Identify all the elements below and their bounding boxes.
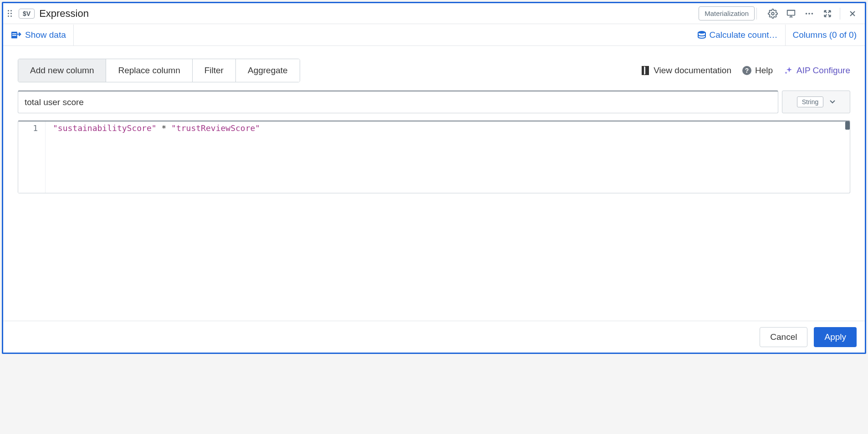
tab-replace-column[interactable]: Replace column bbox=[106, 59, 192, 82]
separator bbox=[785, 25, 786, 45]
columns-button[interactable]: Columns (0 of 0) bbox=[789, 27, 860, 43]
window-title: Expression bbox=[39, 8, 89, 20]
separator bbox=[73, 25, 74, 45]
tab-add-new-column[interactable]: Add new column bbox=[18, 59, 106, 82]
code-token-string: "trustReviewScore" bbox=[171, 123, 260, 133]
separator bbox=[840, 8, 840, 20]
svg-rect-7 bbox=[12, 35, 16, 36]
presentation-icon[interactable] bbox=[783, 6, 799, 21]
sv-badge: $V bbox=[19, 9, 35, 19]
show-data-icon bbox=[11, 30, 21, 40]
expand-icon[interactable] bbox=[820, 6, 835, 21]
tabs-row: Add new column Replace column Filter Agg… bbox=[18, 59, 850, 82]
code-token-operator: * bbox=[157, 123, 172, 133]
columns-label: Columns (0 of 0) bbox=[793, 30, 857, 40]
tab-aggregate[interactable]: Aggregate bbox=[236, 59, 300, 82]
editor-code-area[interactable]: "sustainabilityScore" * "trustReviewScor… bbox=[46, 121, 850, 193]
help-label: Help bbox=[755, 66, 773, 76]
view-documentation-label: View documentation bbox=[654, 66, 731, 76]
sparkle-icon bbox=[784, 66, 793, 75]
separator bbox=[756, 8, 757, 20]
drag-handle-icon[interactable] bbox=[8, 8, 15, 19]
svg-point-0 bbox=[771, 12, 774, 15]
help-icon: ? bbox=[742, 66, 751, 75]
scrollbar-thumb[interactable] bbox=[845, 121, 850, 130]
svg-rect-1 bbox=[787, 10, 795, 15]
svg-text:?: ? bbox=[745, 67, 749, 74]
help-button[interactable]: ? Help bbox=[742, 66, 773, 76]
column-type-select[interactable]: String bbox=[782, 91, 850, 113]
type-chip: String bbox=[797, 96, 824, 107]
line-number: 1 bbox=[18, 123, 38, 133]
footer: Cancel Apply bbox=[3, 321, 865, 353]
more-icon[interactable] bbox=[802, 6, 817, 21]
database-icon bbox=[698, 30, 706, 40]
book-icon bbox=[641, 66, 650, 76]
doc-actions: View documentation ? Help AIP Configure bbox=[641, 66, 850, 76]
view-documentation-button[interactable]: View documentation bbox=[641, 66, 731, 76]
expression-tabs: Add new column Replace column Filter Agg… bbox=[18, 59, 300, 82]
tab-filter[interactable]: Filter bbox=[193, 59, 236, 82]
aip-configure-label: AIP Configure bbox=[797, 66, 850, 76]
main-content: Add new column Replace column Filter Agg… bbox=[3, 46, 865, 321]
expression-window: $V Expression Materialization bbox=[2, 2, 866, 354]
calculate-count-label: Calculate count… bbox=[710, 30, 778, 40]
show-data-label: Show data bbox=[25, 30, 66, 40]
column-name-row: String bbox=[18, 91, 850, 113]
svg-point-4 bbox=[812, 13, 813, 15]
show-data-button[interactable]: Show data bbox=[8, 27, 70, 43]
toolbar: Show data Calculate count… Columns (0 of… bbox=[3, 24, 865, 46]
calculate-count-button[interactable]: Calculate count… bbox=[694, 27, 781, 43]
header-icon-group bbox=[765, 6, 860, 21]
chevron-down-icon bbox=[830, 100, 835, 104]
svg-rect-6 bbox=[12, 33, 16, 34]
svg-point-2 bbox=[806, 13, 807, 15]
svg-point-8 bbox=[698, 31, 705, 34]
editor-gutter: 1 bbox=[18, 121, 46, 193]
apply-button[interactable]: Apply bbox=[814, 327, 857, 347]
code-token-string: "sustainabilityScore" bbox=[53, 123, 157, 133]
window-header: $V Expression Materialization bbox=[3, 3, 865, 24]
materialization-button[interactable]: Materialization bbox=[699, 6, 755, 20]
aip-configure-button[interactable]: AIP Configure bbox=[784, 66, 850, 76]
svg-point-3 bbox=[808, 13, 810, 15]
column-name-input[interactable] bbox=[18, 91, 778, 113]
expression-editor[interactable]: 1 "sustainabilityScore" * "trustReviewSc… bbox=[18, 121, 850, 193]
cancel-button[interactable]: Cancel bbox=[760, 327, 807, 347]
gear-icon[interactable] bbox=[765, 6, 781, 21]
close-icon[interactable] bbox=[845, 6, 860, 21]
